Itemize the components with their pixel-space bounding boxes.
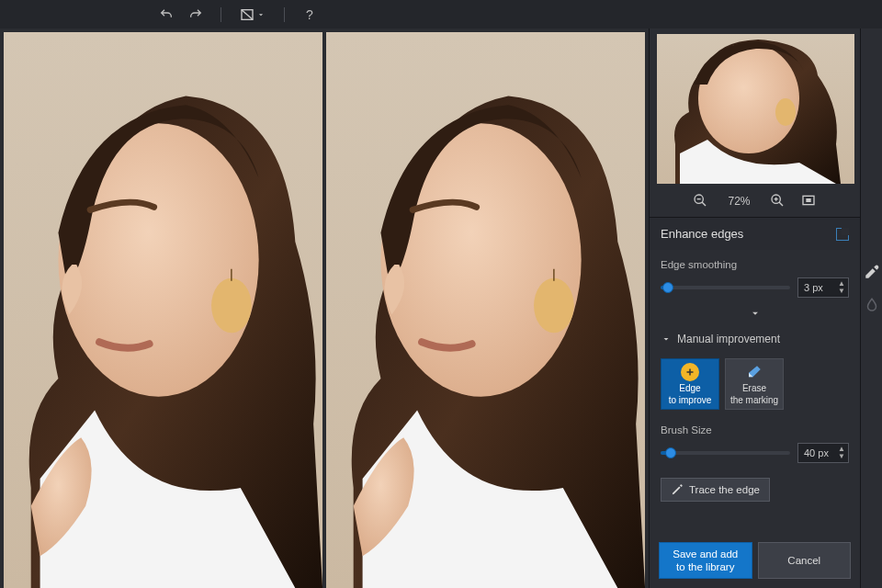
zoom-out-icon[interactable] <box>693 193 709 209</box>
zoom-value: 72% <box>724 195 755 208</box>
panel-header: Enhance edges <box>650 218 860 250</box>
panel-title: Enhance edges <box>661 227 743 241</box>
manual-improvement-header[interactable]: Manual improvement <box>661 333 849 345</box>
toolbar-separator <box>220 7 221 22</box>
svg-point-7 <box>534 278 574 334</box>
brush-size-stepper[interactable]: 40 px ▲▼ <box>797 443 849 463</box>
top-toolbar: ? <box>0 0 882 28</box>
help-button[interactable]: ? <box>300 5 320 25</box>
toolbar-separator <box>284 7 285 22</box>
chevron-down-icon <box>256 10 266 19</box>
edge-to-improve-tool[interactable]: Edge to improve <box>661 358 719 410</box>
before-pane[interactable] <box>4 32 322 588</box>
eyedropper-icon[interactable] <box>864 264 880 280</box>
svg-point-11 <box>775 98 796 126</box>
edge-smoothing-stepper[interactable]: 3 px ▲▼ <box>797 277 849 298</box>
erase-marking-tool[interactable]: Erase the marking <box>725 358 784 410</box>
zoom-in-icon[interactable] <box>770 193 786 209</box>
edge-smoothing-slider[interactable] <box>661 286 790 289</box>
svg-line-13 <box>702 202 706 206</box>
brush-size-slider[interactable] <box>661 451 790 455</box>
edge-smoothing-label: Edge smoothing <box>661 259 849 270</box>
svg-rect-20 <box>806 198 810 202</box>
step-down-icon[interactable]: ▼ <box>837 453 846 460</box>
trace-edge-button[interactable]: Trace the edge <box>661 478 770 502</box>
step-down-icon[interactable]: ▼ <box>837 288 846 295</box>
canvas-compare-area <box>0 28 649 588</box>
brush-size-label: Brush Size <box>661 424 849 435</box>
right-toolstrip <box>860 28 882 588</box>
preview-thumbnail[interactable] <box>650 28 860 187</box>
cancel-button[interactable]: Cancel <box>758 542 852 579</box>
svg-line-16 <box>779 202 783 206</box>
svg-point-3 <box>211 278 252 334</box>
pencil-icon <box>671 483 684 496</box>
save-add-library-button[interactable]: Save and add to the library <box>659 542 752 579</box>
after-pane[interactable] <box>326 32 645 588</box>
plus-circle-icon <box>681 363 699 381</box>
undo-button[interactable] <box>156 5 176 25</box>
droplet-icon[interactable] <box>864 297 880 313</box>
eraser-icon <box>745 363 763 381</box>
view-mode-dropdown[interactable] <box>236 7 269 22</box>
redo-button[interactable] <box>186 5 206 25</box>
popout-icon[interactable] <box>836 228 849 241</box>
collapse-chevron-icon[interactable] <box>661 305 849 320</box>
panel-footer: Save and add to the library Cancel <box>650 535 860 588</box>
fit-screen-icon[interactable] <box>801 193 818 209</box>
side-panel: 72% Enhance edges Edge smoothing <box>649 28 860 588</box>
